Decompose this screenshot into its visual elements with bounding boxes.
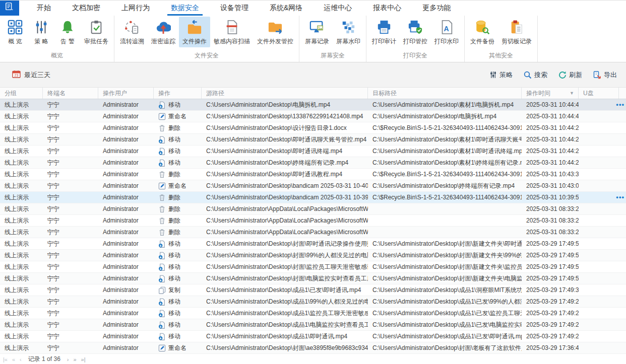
ribbon-button-概览[interactable]: 概 览 — [2, 17, 28, 47]
column-label: 操作 — [158, 89, 170, 98]
table-row[interactable]: 线上演示宁宁Administrator移动C:\Users\Administra… — [0, 134, 626, 145]
column-label: 源路径 — [206, 89, 224, 98]
app-menu-icon — [5, 3, 15, 14]
cell-target-path — [368, 203, 522, 215]
tab-更多功能[interactable]: 更多功能 — [412, 1, 461, 16]
table-row[interactable]: 线上演示宁宁Administrator移动C:\Users\Administra… — [0, 331, 626, 342]
ribbon-button-打印审计[interactable]: 打印审计 — [368, 17, 400, 47]
cell-operation: 移动 — [154, 331, 202, 342]
tab-报表中心[interactable]: 报表中心 — [362, 1, 412, 16]
table-row[interactable]: 线上演示宁宁Administrator移动C:\Users\Administra… — [0, 308, 626, 319]
ribbon-button-文件操作[interactable]: 文件操作 — [179, 17, 210, 47]
cell-time: 2025-03-29 17:49:55 — [522, 250, 579, 261]
date-filter-label: 最近三天 — [24, 70, 50, 80]
cell-time: 2025-03-31 08:33:22 — [522, 215, 579, 227]
app-menu-button[interactable] — [0, 1, 19, 16]
ribbon-button-告警[interactable]: 告 警 — [54, 17, 81, 47]
column-header-op[interactable]: 操作 — [154, 88, 202, 99]
table-row[interactable]: 线上演示宁宁Administrator移动C:\Users\Administra… — [0, 273, 626, 284]
ribbon-button-屏幕记录[interactable]: 屏幕记录 — [301, 17, 333, 47]
file-operation-icon — [187, 20, 202, 35]
fast-next-icon[interactable]: » — [73, 356, 76, 362]
next-page-icon[interactable]: › — [67, 356, 69, 362]
table-row[interactable]: 线上演示宁宁Administrator移动C:\Users\Administra… — [0, 319, 626, 331]
cell-group: 线上演示 — [0, 319, 43, 331]
ribbon-button-敏感内容扫描[interactable]: 敏感内容扫描 — [210, 17, 254, 47]
table-row[interactable]: 线上演示宁宁Administrator删除C:\Users\Administra… — [0, 122, 626, 134]
column-header-terminal[interactable]: 终端名 — [43, 88, 98, 99]
table-row[interactable]: 线上演示宁宁Administrator重命名C:\Users\Administr… — [0, 342, 626, 354]
table-row[interactable]: 线上演示宁宁Administrator删除C:\Users\Administra… — [0, 227, 626, 238]
ribbon-button-文件备份[interactable]: 文件备份 — [467, 17, 498, 47]
table-row[interactable]: 线上演示宁宁Administrator删除C:\Users\Administra… — [0, 215, 626, 227]
cell-operation: 移动 — [154, 99, 202, 111]
cell-target-path: C:\$Recycle.Bin\S-1-5-21-326340493-11140… — [368, 169, 522, 180]
tab-开始[interactable]: 开始 — [26, 1, 61, 16]
tab-数据安全[interactable]: 数据安全 — [160, 1, 210, 16]
column-header-group[interactable]: 分组 — [0, 88, 43, 99]
operation-label: 移动 — [168, 332, 180, 341]
ribbon-button-文件外发管控[interactable]: 文件外发管控 — [254, 17, 297, 47]
ribbon-button-流转追溯[interactable]: 流转追溯 — [116, 17, 148, 47]
ribbon-button-打印管控[interactable]: 打印管控 — [400, 17, 431, 47]
prev-page-icon[interactable]: ‹ — [20, 356, 22, 362]
last-page-icon[interactable]: »| — [81, 356, 86, 362]
table-row[interactable]: 线上演示宁宁Administrator删除C:\Users\Administra… — [0, 192, 626, 203]
table-row[interactable]: 线上演示宁宁Administrator移动C:\Users\Administra… — [0, 296, 626, 308]
cell-source-path: C:\Users\Administrator\Desktop\成品1\电脑监控实… — [202, 319, 368, 331]
cell-usb — [579, 227, 619, 238]
cell-user: Administrator — [98, 273, 154, 284]
搜索-button[interactable]: 搜索 — [524, 70, 547, 80]
tab-系统&网络[interactable]: 系统&网络 — [259, 1, 313, 16]
ribbon-button-策略[interactable]: 策 略 — [28, 17, 54, 47]
ribbon-button-label: 打印水印 — [434, 37, 459, 46]
column-header-usb[interactable]: U盘 — [579, 88, 619, 99]
导出-button[interactable]: 导出 — [593, 70, 617, 80]
ribbon-button-剪切板记录[interactable]: 剪切板记录 — [498, 17, 535, 47]
cell-target-path: C:\Users\Administrator\Desktop\电脑拆机.mp4 — [368, 111, 522, 122]
table-row[interactable]: 线上演示宁宁Administrator移动C:\Users\Administra… — [0, 261, 626, 273]
cell-operation: 重命名 — [154, 342, 202, 354]
leak-track-icon — [156, 20, 171, 35]
cell-user: Administrator — [98, 308, 154, 319]
tab-上网行为[interactable]: 上网行为 — [111, 1, 160, 16]
table-row[interactable]: 线上演示宁宁Administrator删除C:\Users\Administra… — [0, 203, 626, 215]
row-actions-button[interactable]: ••• — [615, 192, 625, 203]
table-row[interactable]: 线上演示宁宁Administrator移动C:\Users\Administra… — [0, 99, 626, 111]
ribbon-button-屏幕水印[interactable]: 屏幕水印 — [333, 17, 364, 47]
table-row[interactable]: 线上演示宁宁Administrator复制C:\Users\Administra… — [0, 284, 626, 296]
column-header-time[interactable]: 操作时间▼ — [522, 88, 579, 99]
cell-target-path: C:\Users\Administrator\Desktop\封面\老板有了这款… — [368, 342, 522, 354]
table-row[interactable]: 线上演示宁宁Administrator删除C:\Users\Administra… — [0, 169, 626, 180]
策略-button[interactable]: 策略 — [489, 70, 513, 80]
print-audit-icon — [377, 20, 392, 35]
column-filter-icon[interactable]: ▼ — [570, 91, 574, 96]
policy-small-icon — [489, 71, 497, 79]
fast-prev-icon[interactable]: « — [12, 356, 15, 362]
op-delete-icon — [158, 171, 166, 178]
ribbon-group-屏幕安全: 屏幕记录屏幕水印屏幕安全 — [299, 16, 366, 62]
table-row[interactable]: 线上演示宁宁Administrator移动C:\Users\Administra… — [0, 157, 626, 169]
tab-文档加密[interactable]: 文档加密 — [61, 1, 111, 16]
ribbon-button-泄密追踪[interactable]: 泄密追踪 — [148, 17, 179, 47]
date-filter-button[interactable]: 23 最近三天 — [12, 70, 50, 80]
column-header-src[interactable]: 源路径 — [202, 88, 368, 99]
table-row[interactable]: 线上演示宁宁Administrator移动C:\Users\Administra… — [0, 238, 626, 250]
column-header-user[interactable]: 操作用户 — [98, 88, 154, 99]
table-row[interactable]: 线上演示宁宁Administrator重命名C:\Users\Administr… — [0, 180, 626, 192]
tab-设备管理[interactable]: 设备管理 — [210, 1, 259, 16]
table-row[interactable]: 线上演示宁宁Administrator重命名C:\Users\Administr… — [0, 111, 626, 122]
row-actions-button[interactable]: ••• — [615, 99, 625, 111]
table-row[interactable]: 线上演示宁宁Administrator移动C:\Users\Administra… — [0, 145, 626, 157]
first-page-icon[interactable]: |« — [3, 356, 8, 362]
table-row[interactable]: 线上演示宁宁Administrator移动C:\Users\Administra… — [0, 250, 626, 261]
ribbon-button-打印水印[interactable]: A打印水印 — [431, 17, 462, 47]
cell-time: 2025-03-31 10:44:28 — [522, 122, 579, 134]
ribbon-button-审批任务[interactable]: 审批任务 — [81, 17, 112, 47]
cell-source-path: C:\Users\Administrator\Desktop\即时通讯聊天账号管… — [202, 134, 368, 145]
刷新-button[interactable]: 刷新 — [558, 70, 582, 80]
tab-运维中心[interactable]: 运维中心 — [313, 1, 362, 16]
cell-operation: 移动 — [154, 308, 202, 319]
column-header-dst[interactable]: 目标路径 — [368, 88, 522, 99]
operation-label: 移动 — [168, 240, 180, 248]
